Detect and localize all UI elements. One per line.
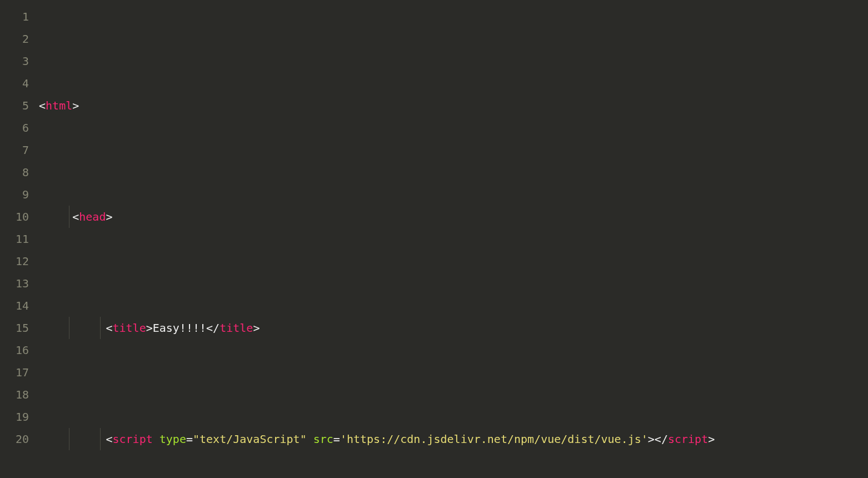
line-number: 7 — [0, 139, 29, 161]
code-editor[interactable]: 1 2 3 4 5 6 7 8 9 10 11 12 13 14 15 16 1… — [0, 0, 868, 478]
line-number: 8 — [0, 161, 29, 183]
line-number: 20 — [0, 428, 29, 450]
line-number: 17 — [0, 361, 29, 384]
line-number: 19 — [0, 406, 29, 428]
line-number: 4 — [0, 72, 29, 94]
line-number: 14 — [0, 295, 29, 317]
line-number: 18 — [0, 384, 29, 406]
line-number: 13 — [0, 272, 29, 295]
line-number-gutter: 1 2 3 4 5 6 7 8 9 10 11 12 13 14 15 16 1… — [0, 6, 39, 478]
line-number: 15 — [0, 317, 29, 339]
line-number: 9 — [0, 183, 29, 206]
line-number: 11 — [0, 228, 29, 250]
line-number: 6 — [0, 117, 29, 139]
line-number: 5 — [0, 94, 29, 117]
code-line[interactable]: <script type="text/JavaScript" src='http… — [39, 428, 868, 450]
code-line[interactable]: <title>Easy!!!!</title> — [39, 317, 868, 339]
line-number: 1 — [0, 6, 29, 28]
line-number: 16 — [0, 339, 29, 361]
line-number: 3 — [0, 50, 29, 72]
code-area[interactable]: <html> <head> <title>Easy!!!!</title> <s… — [39, 6, 868, 478]
code-line[interactable]: <html> — [39, 94, 868, 117]
line-number: 2 — [0, 28, 29, 50]
line-number: 12 — [0, 250, 29, 272]
code-line[interactable]: <head> — [39, 206, 868, 228]
line-number: 10 — [0, 206, 29, 228]
